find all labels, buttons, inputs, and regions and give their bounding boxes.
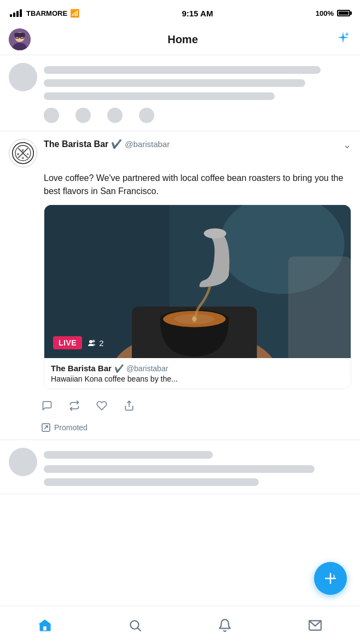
tweet-avatar[interactable]: B B A R bbox=[9, 139, 37, 167]
skeleton-line bbox=[44, 92, 275, 100]
signal-icon bbox=[10, 9, 22, 17]
video-card-handle: @baristabar bbox=[126, 364, 168, 373]
status-left: TBARMORE 📶 bbox=[10, 9, 79, 17]
skeleton-tweet-top bbox=[0, 55, 360, 131]
tweet-account-name[interactable]: The Barista Bar bbox=[44, 139, 108, 149]
retweet-button[interactable] bbox=[69, 396, 96, 415]
nav-notifications[interactable] bbox=[208, 609, 241, 642]
page-title: Home bbox=[167, 33, 198, 46]
app-header: Home bbox=[0, 24, 360, 55]
live-badge: LIVE bbox=[53, 336, 82, 349]
viewer-count: 2 bbox=[88, 338, 103, 348]
svg-rect-33 bbox=[43, 626, 47, 631]
skeleton-dot bbox=[44, 108, 59, 123]
svg-rect-25 bbox=[44, 205, 351, 358]
verified-badge: ✔️ bbox=[111, 139, 122, 149]
skeleton-dot bbox=[76, 108, 91, 123]
live-badge-row: LIVE 2 bbox=[53, 336, 103, 349]
skeleton-avatar-bottom bbox=[9, 448, 37, 476]
video-verified-badge: ✔️ bbox=[114, 364, 124, 373]
svg-point-27 bbox=[92, 340, 95, 343]
wifi-icon: 📶 bbox=[70, 9, 79, 17]
bottom-navigation bbox=[0, 606, 360, 644]
battery-icon bbox=[337, 10, 350, 16]
promoted-label: Promoted bbox=[54, 423, 88, 432]
user-avatar[interactable] bbox=[9, 28, 31, 50]
tweet-body-text: Love coffee? We've partnered with local … bbox=[44, 172, 351, 198]
skeleton-lines bbox=[44, 63, 351, 123]
video-preview[interactable]: LIVE 2 bbox=[44, 205, 351, 358]
video-card-text: Hawaiian Kona coffee beans by the... bbox=[51, 374, 344, 383]
skeleton-line bbox=[44, 79, 305, 87]
video-card-footer: The Barista Bar ✔️ @baristabar Hawaiian … bbox=[44, 358, 351, 389]
status-bar: TBARMORE 📶 9:15 AM 100% bbox=[0, 0, 360, 24]
video-tweet-name-row: The Barista Bar ✔️ @baristabar bbox=[51, 364, 344, 373]
tweet-card: B B A R The Barista Bar ✔️ @baristabar ⌄… bbox=[0, 131, 360, 440]
status-time: 9:15 AM bbox=[182, 9, 213, 18]
compose-button[interactable] bbox=[314, 562, 347, 595]
nav-home[interactable] bbox=[28, 609, 61, 642]
skeleton-line bbox=[44, 478, 259, 486]
skeleton-dots bbox=[44, 108, 351, 123]
tweet-actions bbox=[9, 389, 351, 420]
skeleton-dot bbox=[139, 108, 154, 123]
skeleton-line bbox=[44, 451, 213, 459]
like-button[interactable] bbox=[96, 396, 124, 415]
chevron-down-icon[interactable]: ⌄ bbox=[343, 139, 351, 151]
svg-line-30 bbox=[44, 426, 48, 429]
skeleton-lines-bottom bbox=[44, 448, 351, 486]
nav-search[interactable] bbox=[119, 609, 152, 642]
svg-line-35 bbox=[138, 628, 141, 630]
tweet-header: B B A R The Barista Bar ✔️ @baristabar ⌄ bbox=[9, 139, 351, 167]
promoted-icon bbox=[42, 423, 50, 432]
carrier-label: TBARMORE bbox=[26, 9, 67, 17]
svg-text:A: A bbox=[27, 153, 29, 156]
reply-button[interactable] bbox=[42, 396, 69, 415]
skeleton-line bbox=[44, 66, 321, 74]
battery-label: 100% bbox=[316, 9, 334, 17]
tweet-handle[interactable]: @baristabar bbox=[125, 139, 170, 149]
status-right: 100% bbox=[316, 9, 350, 17]
skeleton-dot bbox=[107, 108, 123, 123]
video-card[interactable]: LIVE 2 The Barista Bar ✔️ @baristabar bbox=[44, 204, 351, 389]
video-card-account-name: The Barista Bar bbox=[51, 364, 112, 373]
svg-point-26 bbox=[89, 340, 92, 343]
skeleton-line bbox=[44, 465, 315, 473]
svg-rect-6 bbox=[14, 33, 25, 37]
share-button[interactable] bbox=[124, 396, 151, 415]
svg-text:B: B bbox=[22, 149, 24, 152]
svg-text:R: R bbox=[22, 156, 24, 160]
tweet-name-row: The Barista Bar ✔️ @baristabar bbox=[44, 139, 336, 149]
nav-messages[interactable] bbox=[299, 609, 332, 642]
skeleton-avatar bbox=[9, 63, 37, 91]
skeleton-tweet-bottom bbox=[0, 440, 360, 494]
promoted-row: Promoted bbox=[9, 420, 351, 440]
tweet-user-info: The Barista Bar ✔️ @baristabar bbox=[44, 139, 336, 149]
sparkle-icon[interactable] bbox=[335, 30, 351, 49]
svg-text:B: B bbox=[17, 153, 19, 156]
